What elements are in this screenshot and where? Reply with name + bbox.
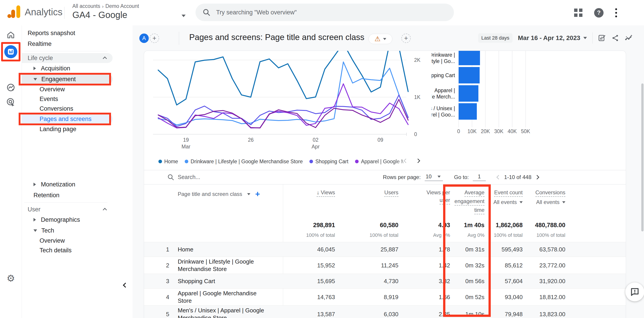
breadcrumb[interactable]: All accounts›Demo Account — [72, 3, 139, 9]
customize-report-icon[interactable] — [598, 34, 606, 42]
table-row[interactable]: 1Home46,04525,8871.780m 31s595,49363,578… — [144, 242, 626, 257]
totals-event-count: 1,862,068 — [494, 222, 523, 229]
collapse-chevron-icon[interactable] — [103, 57, 107, 61]
dimension-header[interactable]: Page title and screen class + — [178, 191, 260, 197]
more-options-icon[interactable] — [615, 8, 617, 17]
table-row[interactable]: 3Shopping Cart15,6954,7303.320m 56s57,60… — [144, 274, 626, 288]
rows-per-page-select[interactable]: 10 — [425, 173, 443, 181]
nav-section-life-cycle[interactable]: Life cycle — [22, 53, 112, 63]
add-dimension-icon[interactable]: + — [255, 191, 260, 197]
sidebar-item-tech[interactable]: Tech — [22, 225, 132, 236]
table-row[interactable]: 5Men's / Unisex | Apparel | GoogleMercha… — [144, 305, 626, 318]
legend-prev-icon[interactable] — [404, 159, 408, 163]
sidebar-item-demographics[interactable]: Demographics — [22, 214, 132, 225]
advertising-icon[interactable] — [0, 97, 22, 107]
sidebar-item-retention[interactable]: Retention — [22, 190, 132, 201]
legend-item[interactable]: Apparel | Google Merchan — [355, 159, 403, 165]
svg-text:0: 0 — [457, 128, 460, 134]
svg-text:Apr: Apr — [312, 144, 320, 150]
legend-item[interactable]: Drinkware | Lifestyle | Google Merchandi… — [185, 159, 303, 165]
share-icon[interactable] — [612, 34, 619, 42]
cell-conversions: 31,920.00 — [539, 278, 565, 285]
date-preset-chip[interactable]: Last 28 days — [478, 33, 512, 43]
sidebar-item-overview[interactable]: Overview — [22, 85, 132, 94]
col-header-avg-engagement[interactable]: Average engagement time — [454, 189, 484, 216]
vertical-scrollbar[interactable] — [641, 83, 644, 231]
sidebar-item-landing-page[interactable]: Landing page — [22, 124, 132, 134]
date-range-selector[interactable]: Mar 16 - Apr 12, 2023 — [518, 35, 587, 42]
admin-gear-icon[interactable]: ⚙ — [0, 273, 22, 284]
breadcrumb-all-accounts[interactable]: All accounts — [72, 3, 100, 9]
views-by-page-bar-chart[interactable]: 010K20K30K40K50KDrinkware |Lifestyle | G… — [432, 51, 626, 168]
home-icon[interactable] — [0, 30, 22, 39]
global-search-input[interactable]: Try searching "Web overview" — [196, 4, 454, 21]
svg-text:40K: 40K — [508, 128, 517, 134]
reports-icon-annotation — [0, 42, 22, 61]
sidebar-item-realtime[interactable]: Realtime — [22, 39, 132, 49]
legend-item[interactable]: Home — [158, 159, 178, 165]
add-chart-button[interactable]: + — [401, 34, 411, 43]
legend-next-icon[interactable] — [416, 159, 420, 163]
expand-arrow-icon[interactable] — [34, 218, 36, 221]
table-row[interactable]: 4Apparel | Google MerchandiseStore14,763… — [144, 288, 626, 305]
collapse-arrow-icon[interactable] — [34, 78, 37, 81]
conversions-filter[interactable]: All events — [536, 199, 565, 205]
goto-page-input[interactable]: 1 — [473, 173, 486, 181]
event-count-filter[interactable]: All events — [494, 199, 523, 205]
views-over-time-line-chart[interactable]: 01K2K19Mar2602Apr09 — [144, 51, 432, 168]
next-page-icon[interactable] — [535, 175, 539, 179]
table-search-input[interactable]: Search... — [178, 174, 200, 180]
property-caret-icon[interactable] — [182, 14, 186, 18]
help-icon[interactable]: ? — [594, 8, 604, 18]
cell-event-count: 595,493 — [502, 246, 523, 253]
sidebar-item-engagement[interactable]: Engagement — [22, 74, 112, 85]
nav-section-user[interactable]: User — [22, 204, 112, 214]
col-header-event-count[interactable]: Event count All events — [494, 189, 523, 205]
row-rank: 1 — [163, 246, 172, 253]
explore-icon[interactable] — [0, 83, 22, 92]
topbar-actions: ? — [574, 0, 617, 26]
expand-arrow-icon[interactable] — [34, 67, 36, 70]
sidebar-item-conversions[interactable]: Conversions — [22, 104, 132, 114]
cell-avg-engagement: 0m 31s — [465, 246, 484, 253]
sidebar-item-tech-details[interactable]: Tech details — [22, 246, 132, 255]
data-quality-button[interactable]: ⚠ — [368, 34, 392, 44]
col-header-views[interactable]: ↓Views — [316, 189, 335, 198]
collaborator-avatar[interactable]: A — [139, 34, 149, 43]
feedback-button[interactable] — [625, 282, 644, 301]
breadcrumb-account[interactable]: Demo Account — [106, 3, 139, 9]
cell-avg-engagement: 0m 56s — [465, 278, 484, 285]
table-row[interactable]: 2Drinkware | Lifestyle | GoogleMerchandi… — [144, 257, 626, 274]
legend-item[interactable]: Shopping Cart — [310, 159, 348, 165]
col-header-conversions[interactable]: Conversions All events — [536, 189, 565, 205]
sidebar-item-overview[interactable]: Overview — [22, 236, 132, 246]
svg-text:Drinkware |: Drinkware | — [432, 52, 455, 58]
property-selector[interactable]: GA4 - Google — [72, 10, 128, 20]
cell-event-count: 85,612 — [505, 262, 523, 269]
row-rank: 5 — [163, 310, 172, 317]
sidebar-item-reports-snapshot[interactable]: Reports snapshot — [22, 28, 132, 39]
pagination-range: 1-10 of 448 — [504, 174, 532, 180]
col-header-views-per-user[interactable]: Views per user — [426, 189, 450, 206]
add-collaborator-button[interactable]: + — [150, 34, 159, 43]
prev-page-icon[interactable] — [496, 175, 501, 179]
sidebar-item-monetization[interactable]: Monetization — [22, 179, 132, 190]
sidebar-item-acquisition[interactable]: Acquisition — [22, 63, 132, 74]
analytics-logo-icon[interactable] — [7, 6, 21, 18]
cell-conversions: 18,812.00 — [539, 293, 565, 300]
sidebar-item-events[interactable]: Events — [22, 94, 132, 104]
insights-icon[interactable] — [624, 34, 633, 42]
collapse-arrow-icon[interactable] — [34, 229, 37, 232]
cell-views-per-user: 1.78 — [438, 246, 450, 253]
dimension-caret-icon[interactable] — [247, 193, 250, 195]
reports-nav-icon[interactable] — [4, 45, 17, 58]
sidebar-collapse-icon[interactable] — [123, 283, 128, 288]
collapse-chevron-icon[interactable] — [103, 208, 107, 212]
col-header-users[interactable]: Users — [384, 189, 398, 198]
totals-avg-engagement: 1m 40s — [464, 222, 484, 229]
google-apps-icon[interactable] — [574, 9, 582, 17]
sidebar-item-pages-and-screens[interactable]: Pages and screens — [22, 114, 112, 124]
cell-users: 11,245 — [381, 262, 398, 269]
svg-text:30K: 30K — [494, 128, 504, 134]
expand-arrow-icon[interactable] — [34, 183, 36, 186]
